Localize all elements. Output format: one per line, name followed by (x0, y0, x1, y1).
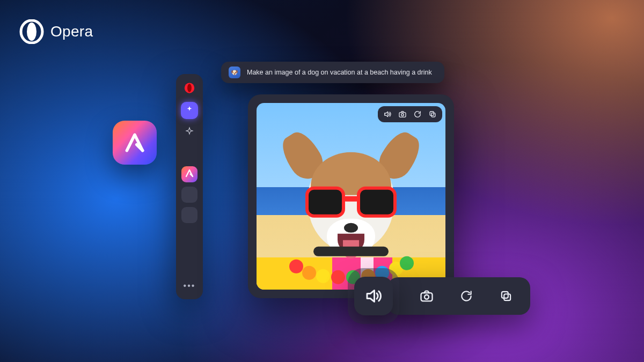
compass-icon (185, 127, 194, 137)
browser-sidebar: ••• (176, 74, 203, 299)
camera-icon (419, 289, 434, 304)
generated-image[interactable] (257, 103, 445, 290)
sidebar-item-slot-1[interactable] (181, 187, 197, 203)
speaker-icon (364, 286, 383, 306)
prompt-avatar: 🐶 (229, 67, 240, 78)
action-button-snap[interactable] (419, 288, 435, 304)
sidebar-item-sparkle[interactable] (181, 102, 198, 119)
opera-brand: Opera (19, 19, 93, 44)
refresh-icon (459, 289, 473, 303)
sidebar-item-aria[interactable] (181, 166, 197, 182)
sidebar-item-compass[interactable] (181, 123, 198, 141)
sidebar-more-button[interactable]: ••• (184, 281, 196, 294)
image-mini-toolbar (378, 106, 442, 122)
generated-image-card (248, 94, 454, 298)
copy-icon[interactable] (428, 110, 437, 119)
prompt-bar[interactable]: 🐶 Make an image of a dog on vacation at … (221, 62, 444, 83)
brand-name: Opera (50, 23, 93, 40)
action-button-copy[interactable] (498, 288, 514, 304)
copy-icon (499, 289, 513, 303)
refresh-icon[interactable] (413, 110, 422, 119)
opera-logo-icon (19, 19, 44, 44)
aria-icon (185, 168, 194, 180)
opera-icon (184, 82, 195, 96)
speaker-icon[interactable] (383, 110, 392, 119)
camera-icon[interactable] (398, 110, 407, 119)
prompt-text: Make an image of a dog on vacation at a … (247, 69, 432, 76)
action-button-regen[interactable] (458, 288, 474, 304)
aria-app-icon[interactable] (113, 121, 157, 165)
action-bar (348, 268, 530, 324)
action-button-speak[interactable] (354, 277, 393, 315)
sidebar-item-slot-2[interactable] (181, 207, 197, 223)
sidebar-item-opera[interactable] (181, 80, 198, 98)
sparkle-icon (185, 105, 194, 116)
action-button-speak-focus (348, 268, 399, 324)
